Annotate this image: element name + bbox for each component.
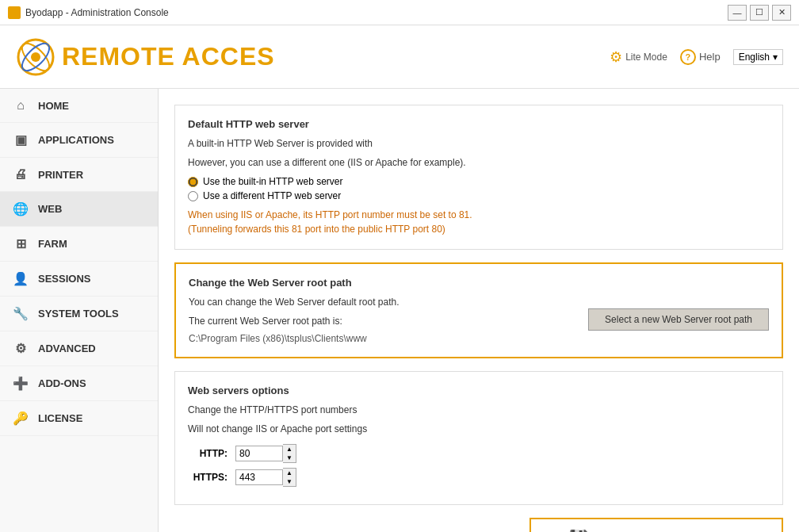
radio-different[interactable]: Use a different HTTP web server — [188, 190, 770, 201]
root-path-info: You can change the Web Server default ro… — [189, 295, 575, 344]
minimize-button[interactable]: — — [728, 5, 747, 21]
radio-different-input[interactable] — [188, 191, 198, 201]
current-path-value: C:\Program Files (x86)\tsplus\Clients\ww… — [189, 333, 575, 344]
lite-mode-icon: ⚙ — [610, 48, 622, 66]
radio-builtin-input[interactable] — [188, 177, 198, 187]
http-port-row: HTTP: ▲ ▼ — [188, 444, 770, 463]
sidebar-item-applications[interactable]: ▣ APPLICATIONS — [0, 123, 158, 158]
sidebar-item-printer-label: PRINTER — [38, 169, 83, 181]
https-port-input[interactable] — [235, 469, 283, 485]
radio-builtin[interactable]: Use the built-in HTTP web server — [188, 176, 770, 187]
logo-text: REMOTE ACCES — [62, 42, 275, 71]
https-port-up-button[interactable]: ▲ — [283, 469, 296, 477]
sidebar-item-advanced[interactable]: ⚙ ADVANCED — [0, 331, 158, 366]
http-warning-1: When using IIS or Apache, its HTTP port … — [188, 208, 770, 222]
root-path-section: Change the Web Server root path You can … — [174, 262, 783, 358]
lite-mode-label: Lite Mode — [625, 52, 667, 63]
language-selector[interactable]: English ▾ — [733, 49, 783, 65]
https-port-row: HTTPS: ▲ ▼ — [188, 468, 770, 487]
title-bar: Byodapp - Administration Console — ☐ ✕ — [0, 0, 799, 25]
close-button[interactable]: ✕ — [772, 5, 791, 21]
help-icon: ? — [680, 49, 696, 65]
root-path-content: You can change the Web Server default ro… — [189, 295, 769, 344]
farm-icon: ⊞ — [13, 236, 29, 251]
sidebar-item-farm-label: FARM — [38, 238, 67, 250]
sidebar-item-home[interactable]: ⌂ HOME — [0, 89, 158, 123]
http-section: Default HTTP web server A built-in HTTP … — [174, 105, 783, 250]
sidebar-item-add-ons[interactable]: ➕ ADD-ONS — [0, 366, 158, 401]
http-port-spinner-btns: ▲ ▼ — [283, 444, 296, 463]
license-icon: 🔑 — [13, 411, 29, 426]
http-port-label: HTTP: — [188, 448, 227, 459]
https-port-down-button[interactable]: ▼ — [283, 477, 296, 486]
title-bar-left: Byodapp - Administration Console — [8, 6, 169, 19]
sidebar-item-sessions-label: SESSIONS — [38, 273, 90, 285]
radio-builtin-label: Use the built-in HTTP web server — [203, 176, 343, 187]
sidebar-item-license[interactable]: 🔑 LICENSE — [0, 401, 158, 436]
save-icon: 💾 — [569, 529, 589, 532]
home-icon: ⌂ — [13, 98, 29, 113]
title-bar-text: Byodapp - Administration Console — [25, 7, 169, 18]
http-port-spinner[interactable]: ▲ ▼ — [235, 444, 296, 463]
http-description-1: A built-in HTTP Web Server is provided w… — [188, 136, 770, 151]
http-section-title: Default HTTP web server — [188, 118, 770, 130]
web-options-section: Web servers options Change the HTTP/HTTP… — [174, 371, 783, 505]
web-options-title: Web servers options — [188, 385, 770, 396]
sidebar-item-add-ons-label: ADD-ONS — [38, 377, 86, 389]
root-path-desc-2: The current Web Server root path is: — [189, 314, 575, 328]
language-value: English — [739, 52, 770, 63]
https-port-label: HTTPS: — [188, 472, 227, 483]
http-port-up-button[interactable]: ▲ — [283, 445, 296, 454]
sidebar-item-sessions[interactable]: 👤 SESSIONS — [0, 262, 158, 297]
maximize-button[interactable]: ☐ — [750, 5, 769, 21]
svg-point-3 — [31, 52, 40, 62]
port-desc-1: Change the HTTP/HTTPS port numbers — [188, 403, 770, 417]
sidebar-item-printer[interactable]: 🖨 PRINTER — [0, 158, 158, 192]
select-path-button[interactable]: Select a new Web Server root path — [588, 308, 769, 331]
radio-group-http: Use the built-in HTTP web server Use a d… — [188, 176, 770, 201]
sessions-icon: 👤 — [13, 271, 29, 286]
https-port-spinner[interactable]: ▲ ▼ — [235, 468, 296, 487]
port-group: HTTP: ▲ ▼ HTTPS: ▲ — [188, 444, 770, 487]
system-tools-icon: 🔧 — [13, 306, 29, 321]
web-icon: 🌐 — [13, 201, 29, 216]
sidebar: ⌂ HOME ▣ APPLICATIONS 🖨 PRINTER 🌐 WEB ⊞ … — [0, 89, 159, 532]
advanced-icon: ⚙ — [13, 341, 29, 356]
app-header: REMOTE ACCES ⚙ Lite Mode ? Help English … — [0, 25, 799, 89]
sidebar-item-system-tools[interactable]: 🔧 SYSTEM TOOLS — [0, 297, 158, 331]
add-ons-icon: ➕ — [13, 376, 29, 391]
logo-icon — [16, 37, 55, 77]
language-dropdown-icon: ▾ — [773, 52, 778, 63]
sidebar-item-web[interactable]: 🌐 WEB — [0, 192, 158, 227]
applications-icon: ▣ — [13, 132, 29, 147]
sidebar-item-farm[interactable]: ⊞ FARM — [0, 227, 158, 262]
sidebar-item-license-label: LICENSE — [38, 412, 82, 424]
sidebar-item-system-tools-label: SYSTEM TOOLS — [38, 308, 119, 320]
http-description-2: However, you can use a different one (II… — [188, 155, 770, 170]
logo: REMOTE ACCES — [16, 37, 275, 77]
footer-actions: 💾 Save and Restart Web Server — [174, 518, 783, 532]
sidebar-item-home-label: HOME — [38, 100, 69, 112]
https-port-spinner-btns: ▲ ▼ — [283, 468, 296, 487]
main-layout: ⌂ HOME ▣ APPLICATIONS 🖨 PRINTER 🌐 WEB ⊞ … — [0, 89, 799, 532]
http-port-input[interactable] — [235, 446, 283, 461]
help-button[interactable]: ? Help — [680, 49, 721, 65]
http-port-down-button[interactable]: ▼ — [283, 454, 296, 462]
header-right: ⚙ Lite Mode ? Help English ▾ — [610, 48, 783, 66]
window-controls: — ☐ ✕ — [728, 5, 791, 21]
printer-icon: 🖨 — [13, 167, 29, 182]
root-path-section-title: Change the Web Server root path — [189, 277, 769, 289]
sidebar-item-advanced-label: ADVANCED — [38, 343, 96, 354]
main-content: Default HTTP web server A built-in HTTP … — [159, 89, 799, 532]
radio-different-label: Use a different HTTP web server — [203, 190, 341, 201]
sidebar-item-applications-label: APPLICATIONS — [38, 134, 114, 146]
http-warning-2: (Tunneling forwards this 81 port into th… — [188, 222, 770, 236]
help-label: Help — [699, 51, 721, 63]
save-restart-button[interactable]: 💾 Save and Restart Web Server — [529, 518, 783, 532]
root-path-desc-1: You can change the Web Server default ro… — [189, 295, 575, 309]
port-desc-2: Will not change IIS or Apache port setti… — [188, 422, 770, 436]
sidebar-item-web-label: WEB — [38, 203, 62, 215]
lite-mode-button[interactable]: ⚙ Lite Mode — [610, 48, 667, 66]
app-icon — [8, 6, 21, 19]
